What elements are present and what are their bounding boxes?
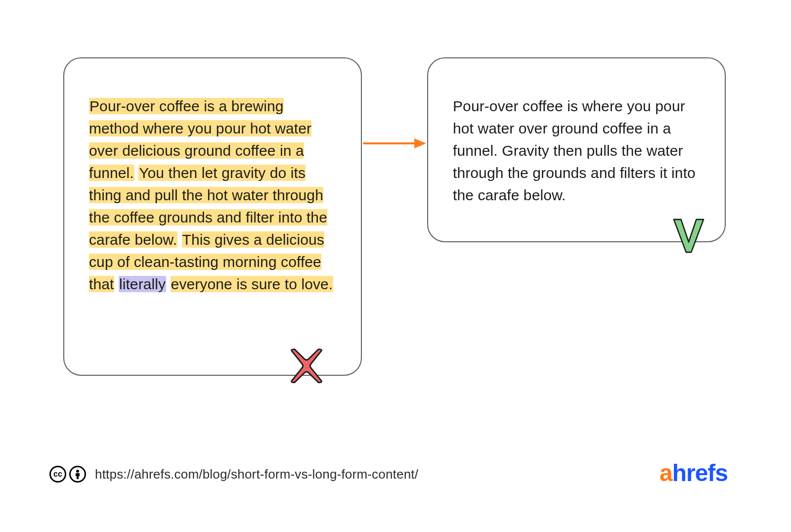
ahrefs-logo: ahrefs <box>659 459 728 487</box>
attribution-icon <box>69 466 86 483</box>
creative-commons-icon: cc <box>49 466 66 483</box>
attribution-footer: cc https://ahrefs.com/blog/short-form-vs… <box>49 466 418 483</box>
highlight-segment-purple: literally <box>119 276 166 292</box>
after-text: Pour-over coffee is where you pour hot w… <box>453 95 700 206</box>
highlight-segment: everyone is sure to love. <box>171 276 334 292</box>
logo-part-a: a <box>659 460 672 486</box>
arrow-right-icon <box>363 137 426 149</box>
after-card: Pour-over coffee is where you pour hot w… <box>427 57 726 242</box>
svg-point-2 <box>76 470 79 473</box>
logo-part-hrefs: hrefs <box>672 460 728 486</box>
before-text: Pour-over coffee is a brewing method whe… <box>89 95 336 295</box>
license-icons: cc <box>49 466 86 483</box>
svg-marker-1 <box>414 138 426 148</box>
before-card: Pour-over coffee is a brewing method whe… <box>63 57 362 376</box>
source-url: https://ahrefs.com/blog/short-form-vs-lo… <box>95 467 418 482</box>
